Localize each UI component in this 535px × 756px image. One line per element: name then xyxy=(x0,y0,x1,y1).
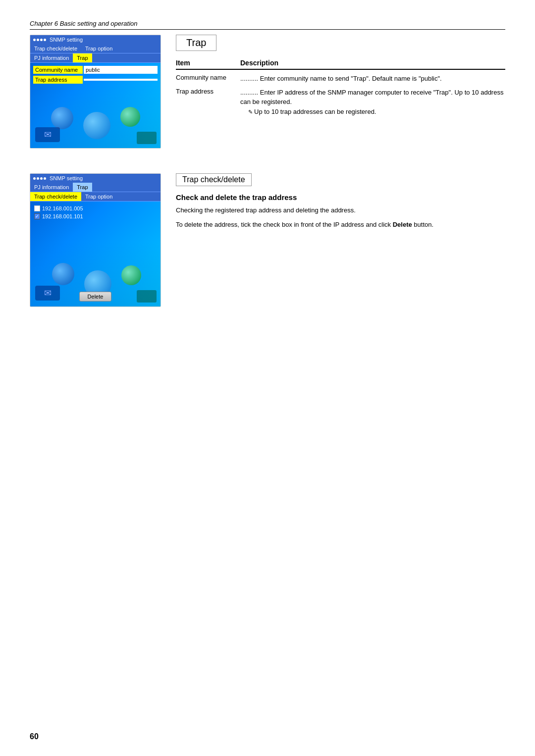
trap-title: Trap xyxy=(186,37,206,48)
community-label: Community name xyxy=(33,66,83,74)
table-row-community: Community name .......... Enter communit… xyxy=(176,74,505,84)
section-body: Checking the registered trap address and… xyxy=(176,205,505,230)
bottom-panel-title-bar: SNMP setting xyxy=(30,174,160,183)
bottom-ui-panel: SNMP setting PJ information Trap Trap ch… xyxy=(30,173,161,307)
bottom-panel-nav-row2: Trap check/delete Trap option xyxy=(30,192,160,202)
bubble-2 xyxy=(83,112,110,139)
bottom-nav-trap-option[interactable]: Trap option xyxy=(81,192,116,201)
trap-title-box: Trap xyxy=(176,35,216,51)
page-container: Chapter 6 Basic setting and operation SN… xyxy=(0,0,535,756)
delete-button[interactable]: Delete xyxy=(79,292,112,302)
panel-icon: ✉ xyxy=(44,129,52,140)
body-text-1: Checking the registered trap address and… xyxy=(176,205,505,216)
checkbox-label-1: 192.168.001.005 xyxy=(42,205,83,211)
bottom-section: SNMP setting PJ information Trap Trap ch… xyxy=(30,173,505,307)
chapter-header: Chapter 6 Basic setting and operation xyxy=(30,20,505,30)
top-section: SNMP setting Trap check/delete Trap opti… xyxy=(30,35,505,149)
panel-body: Community name public Trap address xyxy=(30,63,160,87)
panel-bottom-right xyxy=(137,132,157,144)
note-icon: ✎ xyxy=(248,109,254,115)
trap-address-row: Trap address xyxy=(30,75,160,85)
checkbox-list: 192.168.001.005 ✓ 192.168.001.101 xyxy=(30,202,160,223)
bubble-1 xyxy=(51,107,73,129)
top-ui-panel: SNMP setting Trap check/delete Trap opti… xyxy=(30,35,161,149)
body-text-2: To delete the address, tick the check bo… xyxy=(176,220,505,230)
bottom-nav-pj-info[interactable]: PJ information xyxy=(30,183,73,192)
bottom-bubble-1 xyxy=(52,263,74,285)
row-item-community: Community name xyxy=(176,74,240,84)
page-number: 60 xyxy=(30,732,39,741)
checkbox-row-2: ✓ 192.168.001.101 xyxy=(30,212,160,220)
table-header: Item Description xyxy=(176,59,505,70)
panel-bg-decor: ✉ xyxy=(30,84,160,148)
row-desc-community: .......... Enter community name to send … xyxy=(240,74,505,84)
nav-pj-info[interactable]: PJ information xyxy=(30,53,73,62)
panel-nav-row2: PJ information Trap xyxy=(30,53,160,63)
table-row-trap-address: Trap address .......... Enter IP address… xyxy=(176,88,505,117)
description-table: Item Description Community name ........… xyxy=(176,59,505,116)
nav-trap-active[interactable]: Trap xyxy=(73,53,92,62)
trap-check-title-box: Trap check/delete xyxy=(176,173,252,186)
panel-nav-row1: Trap check/delete Trap option xyxy=(30,44,160,53)
bubble-3 xyxy=(120,107,140,127)
bottom-nav-trap-check[interactable]: Trap check/delete xyxy=(30,192,81,201)
col-item: Item xyxy=(176,59,240,67)
panel-title-bar: SNMP setting xyxy=(30,35,160,44)
note-text: Up to 10 trap addresses can be registere… xyxy=(254,108,376,115)
checkbox-label-2: 192.168.001.101 xyxy=(42,213,83,219)
trap-address-label: Trap address xyxy=(33,76,83,84)
nav-trap-option[interactable]: Trap option xyxy=(81,44,116,53)
bottom-panel-title-text: SNMP setting xyxy=(50,175,83,181)
community-name-row: Community name public xyxy=(30,65,160,75)
bottom-title-dots xyxy=(33,177,46,180)
panel-title-text: SNMP setting xyxy=(50,37,83,43)
delete-bold: Delete xyxy=(393,221,412,228)
community-value[interactable]: public xyxy=(84,66,158,74)
top-content-panel: Trap Item Description Community name xyxy=(176,35,505,149)
chapter-header-text: Chapter 6 Basic setting and operation xyxy=(30,20,138,27)
trap-address-value[interactable] xyxy=(84,79,158,81)
row-item-trap-address: Trap address xyxy=(176,88,240,117)
checkbox-2[interactable]: ✓ xyxy=(34,213,40,219)
trap-check-title: Trap check/delete xyxy=(182,175,245,184)
checkbox-1[interactable] xyxy=(34,205,40,211)
row-desc-trap-address: .......... Enter IP address of the SNMP … xyxy=(240,88,505,117)
nav-trap-check-delete[interactable]: Trap check/delete xyxy=(30,44,81,53)
title-dots xyxy=(33,39,46,41)
panel-icon-box: ✉ xyxy=(35,127,60,142)
bottom-content-panel: Trap check/delete Check and delete the t… xyxy=(176,173,505,307)
bottom-nav-trap-selected[interactable]: Trap xyxy=(73,183,92,192)
section-subtitle: Check and delete the trap address xyxy=(176,193,505,202)
checkbox-row-1: 192.168.001.005 xyxy=(30,204,160,212)
bottom-panel-nav-row1: PJ information Trap xyxy=(30,183,160,192)
col-description: Description xyxy=(240,59,505,67)
bottom-bubble-3 xyxy=(121,265,141,285)
delete-btn-row: Delete xyxy=(30,292,160,302)
